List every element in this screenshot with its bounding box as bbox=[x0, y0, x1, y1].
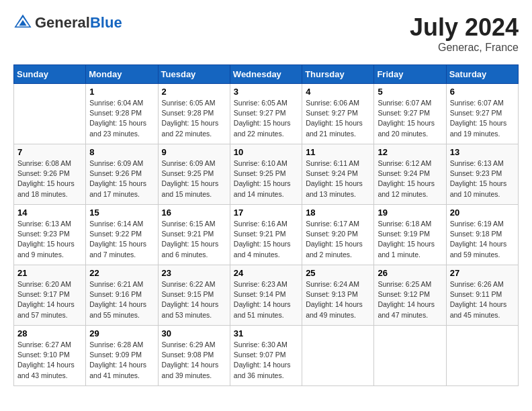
weekday-header-tuesday: Tuesday bbox=[158, 65, 230, 84]
calendar-cell: 21Sunrise: 6:20 AM Sunset: 9:17 PM Dayli… bbox=[14, 265, 86, 326]
day-number: 30 bbox=[162, 328, 226, 338]
calendar-cell: 8Sunrise: 6:09 AM Sunset: 9:26 PM Daylig… bbox=[86, 144, 158, 205]
weekday-header-sunday: Sunday bbox=[14, 65, 86, 84]
day-number: 4 bbox=[306, 87, 370, 97]
day-info: Sunrise: 6:07 AM Sunset: 9:27 PM Dayligh… bbox=[378, 98, 442, 139]
weekday-header-row: SundayMondayTuesdayWednesdayThursdayFrid… bbox=[14, 65, 519, 84]
calendar-cell bbox=[446, 326, 518, 386]
calendar-cell: 15Sunrise: 6:14 AM Sunset: 9:22 PM Dayli… bbox=[86, 205, 158, 265]
calendar-cell: 30Sunrise: 6:29 AM Sunset: 9:08 PM Dayli… bbox=[158, 326, 230, 386]
weekday-header-wednesday: Wednesday bbox=[230, 65, 302, 84]
calendar-cell: 2Sunrise: 6:05 AM Sunset: 9:28 PM Daylig… bbox=[158, 84, 230, 144]
day-info: Sunrise: 6:23 AM Sunset: 9:14 PM Dayligh… bbox=[234, 279, 298, 320]
day-number: 6 bbox=[450, 87, 515, 97]
day-info: Sunrise: 6:19 AM Sunset: 9:18 PM Dayligh… bbox=[450, 219, 515, 260]
day-info: Sunrise: 6:24 AM Sunset: 9:13 PM Dayligh… bbox=[306, 279, 370, 320]
location: Generac, France bbox=[410, 42, 519, 54]
day-info: Sunrise: 6:05 AM Sunset: 9:28 PM Dayligh… bbox=[162, 98, 226, 139]
day-number: 12 bbox=[378, 147, 442, 157]
calendar-week-2: 7Sunrise: 6:08 AM Sunset: 9:26 PM Daylig… bbox=[14, 144, 519, 205]
calendar-cell: 25Sunrise: 6:24 AM Sunset: 9:13 PM Dayli… bbox=[302, 265, 374, 326]
day-number: 16 bbox=[162, 208, 226, 218]
day-info: Sunrise: 6:15 AM Sunset: 9:21 PM Dayligh… bbox=[162, 219, 226, 260]
day-number: 31 bbox=[234, 328, 298, 338]
calendar-cell: 16Sunrise: 6:15 AM Sunset: 9:21 PM Dayli… bbox=[158, 205, 230, 265]
day-info: Sunrise: 6:20 AM Sunset: 9:17 PM Dayligh… bbox=[17, 279, 82, 320]
day-info: Sunrise: 6:26 AM Sunset: 9:11 PM Dayligh… bbox=[450, 279, 515, 320]
day-info: Sunrise: 6:13 AM Sunset: 9:23 PM Dayligh… bbox=[17, 219, 82, 260]
day-info: Sunrise: 6:14 AM Sunset: 9:22 PM Dayligh… bbox=[89, 219, 154, 260]
day-number: 25 bbox=[306, 268, 370, 278]
calendar-body: 1Sunrise: 6:04 AM Sunset: 9:28 PM Daylig… bbox=[14, 84, 519, 386]
calendar-cell bbox=[374, 326, 446, 386]
day-number: 14 bbox=[17, 208, 82, 218]
day-info: Sunrise: 6:21 AM Sunset: 9:16 PM Dayligh… bbox=[89, 279, 154, 320]
weekday-header-thursday: Thursday bbox=[302, 65, 374, 84]
day-number: 22 bbox=[89, 268, 154, 278]
calendar-cell: 29Sunrise: 6:28 AM Sunset: 9:09 PM Dayli… bbox=[86, 326, 158, 386]
day-info: Sunrise: 6:28 AM Sunset: 9:09 PM Dayligh… bbox=[89, 340, 154, 381]
day-number: 20 bbox=[450, 208, 515, 218]
day-info: Sunrise: 6:07 AM Sunset: 9:27 PM Dayligh… bbox=[450, 98, 515, 139]
day-number: 3 bbox=[234, 87, 298, 97]
calendar-week-1: 1Sunrise: 6:04 AM Sunset: 9:28 PM Daylig… bbox=[14, 84, 519, 144]
day-info: Sunrise: 6:09 AM Sunset: 9:26 PM Dayligh… bbox=[89, 158, 154, 199]
day-info: Sunrise: 6:16 AM Sunset: 9:21 PM Dayligh… bbox=[234, 219, 298, 260]
day-info: Sunrise: 6:08 AM Sunset: 9:26 PM Dayligh… bbox=[17, 158, 82, 199]
calendar-cell: 10Sunrise: 6:10 AM Sunset: 9:25 PM Dayli… bbox=[230, 144, 302, 205]
day-number: 26 bbox=[378, 268, 442, 278]
calendar-cell: 31Sunrise: 6:30 AM Sunset: 9:07 PM Dayli… bbox=[230, 326, 302, 386]
calendar-cell: 13Sunrise: 6:13 AM Sunset: 9:23 PM Dayli… bbox=[446, 144, 518, 205]
calendar-cell: 7Sunrise: 6:08 AM Sunset: 9:26 PM Daylig… bbox=[14, 144, 86, 205]
calendar-week-3: 14Sunrise: 6:13 AM Sunset: 9:23 PM Dayli… bbox=[14, 205, 519, 265]
weekday-header-friday: Friday bbox=[374, 65, 446, 84]
calendar-cell: 23Sunrise: 6:22 AM Sunset: 9:15 PM Dayli… bbox=[158, 265, 230, 326]
calendar-cell: 9Sunrise: 6:09 AM Sunset: 9:25 PM Daylig… bbox=[158, 144, 230, 205]
day-info: Sunrise: 6:17 AM Sunset: 9:20 PM Dayligh… bbox=[306, 219, 370, 260]
month-year: July 2024 bbox=[410, 13, 519, 42]
calendar-week-4: 21Sunrise: 6:20 AM Sunset: 9:17 PM Dayli… bbox=[14, 265, 519, 326]
day-info: Sunrise: 6:04 AM Sunset: 9:28 PM Dayligh… bbox=[89, 98, 154, 139]
day-info: Sunrise: 6:05 AM Sunset: 9:27 PM Dayligh… bbox=[234, 98, 298, 139]
calendar-cell: 20Sunrise: 6:19 AM Sunset: 9:18 PM Dayli… bbox=[446, 205, 518, 265]
calendar-cell: 28Sunrise: 6:27 AM Sunset: 9:10 PM Dayli… bbox=[14, 326, 86, 386]
day-info: Sunrise: 6:11 AM Sunset: 9:24 PM Dayligh… bbox=[306, 158, 370, 199]
logo-blue: Blue bbox=[90, 14, 122, 31]
day-number: 17 bbox=[234, 208, 298, 218]
day-info: Sunrise: 6:30 AM Sunset: 9:07 PM Dayligh… bbox=[234, 340, 298, 381]
day-number: 29 bbox=[89, 328, 154, 338]
day-number: 8 bbox=[89, 147, 154, 157]
title-block: July 2024 Generac, France bbox=[410, 13, 519, 54]
day-number: 21 bbox=[17, 268, 82, 278]
page-header: GeneralBlue July 2024 Generac, France bbox=[13, 13, 519, 54]
day-info: Sunrise: 6:12 AM Sunset: 9:24 PM Dayligh… bbox=[378, 158, 442, 199]
day-number: 24 bbox=[234, 268, 298, 278]
day-info: Sunrise: 6:29 AM Sunset: 9:08 PM Dayligh… bbox=[162, 340, 226, 381]
calendar-table: SundayMondayTuesdayWednesdayThursdayFrid… bbox=[13, 64, 519, 386]
day-info: Sunrise: 6:09 AM Sunset: 9:25 PM Dayligh… bbox=[162, 158, 226, 199]
day-info: Sunrise: 6:18 AM Sunset: 9:19 PM Dayligh… bbox=[378, 219, 442, 260]
calendar-cell: 17Sunrise: 6:16 AM Sunset: 9:21 PM Dayli… bbox=[230, 205, 302, 265]
day-number: 1 bbox=[89, 87, 154, 97]
day-number: 9 bbox=[162, 147, 226, 157]
calendar-cell: 24Sunrise: 6:23 AM Sunset: 9:14 PM Dayli… bbox=[230, 265, 302, 326]
day-info: Sunrise: 6:25 AM Sunset: 9:12 PM Dayligh… bbox=[378, 279, 442, 320]
weekday-header-saturday: Saturday bbox=[446, 65, 518, 84]
day-number: 28 bbox=[17, 328, 82, 338]
day-number: 5 bbox=[378, 87, 442, 97]
day-info: Sunrise: 6:22 AM Sunset: 9:15 PM Dayligh… bbox=[162, 279, 226, 320]
calendar-cell: 14Sunrise: 6:13 AM Sunset: 9:23 PM Dayli… bbox=[14, 205, 86, 265]
day-number: 10 bbox=[234, 147, 298, 157]
logo-general: General bbox=[35, 14, 90, 31]
day-info: Sunrise: 6:27 AM Sunset: 9:10 PM Dayligh… bbox=[17, 340, 82, 381]
calendar-cell: 27Sunrise: 6:26 AM Sunset: 9:11 PM Dayli… bbox=[446, 265, 518, 326]
day-info: Sunrise: 6:13 AM Sunset: 9:23 PM Dayligh… bbox=[450, 158, 515, 199]
calendar-cell: 1Sunrise: 6:04 AM Sunset: 9:28 PM Daylig… bbox=[86, 84, 158, 144]
day-info: Sunrise: 6:06 AM Sunset: 9:27 PM Dayligh… bbox=[306, 98, 370, 139]
day-number: 27 bbox=[450, 268, 515, 278]
logo-icon bbox=[13, 13, 32, 32]
calendar-cell: 6Sunrise: 6:07 AM Sunset: 9:27 PM Daylig… bbox=[446, 84, 518, 144]
calendar-cell: 3Sunrise: 6:05 AM Sunset: 9:27 PM Daylig… bbox=[230, 84, 302, 144]
day-number: 13 bbox=[450, 147, 515, 157]
calendar-cell: 4Sunrise: 6:06 AM Sunset: 9:27 PM Daylig… bbox=[302, 84, 374, 144]
